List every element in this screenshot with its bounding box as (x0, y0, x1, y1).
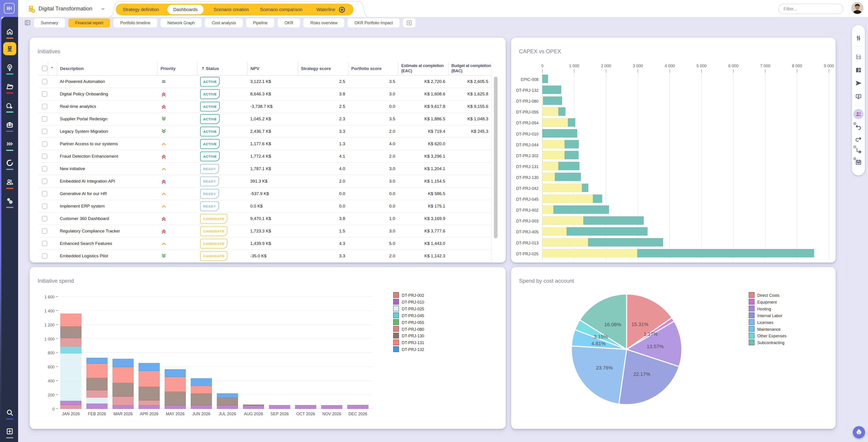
toolbar-people-filled-icon[interactable] (852, 111, 865, 117)
row-description[interactable]: Enhanced Search Features (57, 237, 157, 250)
row-description[interactable]: Partner Access to our systems (57, 138, 157, 150)
top-tab-strategy-definition[interactable]: Strategy definition (123, 4, 159, 16)
row-checkbox[interactable] (42, 154, 47, 159)
sidebar-item-lightbulb[interactable] (1, 64, 18, 75)
col-portfolio-score[interactable]: Portfolio score (348, 62, 398, 75)
toolbar-save-icon[interactable] (852, 54, 865, 60)
sidebar-item-search[interactable] (1, 409, 18, 419)
legend-label[interactable]: Other Expenses (757, 334, 786, 338)
sidebar-item-plus-square[interactable] (1, 428, 18, 438)
legend-swatch[interactable] (749, 319, 754, 325)
filter-input[interactable] (783, 6, 838, 11)
avatar[interactable] (851, 2, 864, 14)
legend-label[interactable]: DT-PRJ-002 (402, 293, 424, 298)
legend-swatch[interactable] (393, 319, 399, 325)
row-description[interactable]: Fraud Detection Enhancement (57, 150, 157, 163)
row-description[interactable]: Regulatory Compliance Tracker (57, 225, 157, 237)
project-title[interactable]: Digital Transformation (38, 0, 92, 17)
row-description[interactable]: Legacy System Migration (57, 125, 157, 138)
legend-swatch[interactable] (393, 326, 399, 332)
col-quote[interactable]: " (48, 62, 57, 75)
select-all-checkbox[interactable] (39, 62, 48, 75)
row-description[interactable]: AI-Powered Automation (57, 76, 157, 88)
legend-swatch[interactable] (393, 346, 399, 352)
legend-label[interactable]: Internal Labor (757, 314, 782, 318)
col-bac[interactable]: Budget at completion(BAC) (448, 62, 491, 75)
col-eac[interactable]: Estimate at completion(EAC) (398, 62, 448, 75)
legend-label[interactable]: Maintenance (757, 327, 781, 332)
row-description[interactable]: Digital Policy Onboarding (57, 88, 157, 100)
row-description[interactable]: Implement ERP system (57, 200, 157, 212)
table-row[interactable]: Enhanced Search FeaturesCANDIDATE1,439.9… (39, 237, 491, 250)
legend-swatch[interactable] (393, 340, 399, 345)
legend-label[interactable]: DT-PRJ-130 (402, 334, 424, 338)
row-checkbox[interactable] (42, 241, 47, 246)
row-checkbox[interactable] (42, 166, 47, 172)
row-checkbox[interactable] (42, 191, 47, 197)
row-checkbox[interactable] (42, 216, 47, 222)
row-checkbox[interactable] (42, 91, 47, 97)
legend-label[interactable]: Subcontracting (757, 341, 784, 345)
top-tab-scenario-creation[interactable]: Scenario creation (214, 4, 249, 16)
app-logo-icon[interactable] (4, 3, 14, 13)
row-description[interactable]: Supplier Portal Redesign (57, 113, 157, 125)
legend-swatch[interactable] (393, 313, 399, 318)
row-checkbox[interactable] (42, 79, 47, 84)
legend-label[interactable]: DT-PRJ-010 (402, 300, 424, 304)
table-row[interactable]: Embedded AI Integration APIREADY391.3 K$… (39, 175, 491, 187)
sidebar-item-home[interactable] (1, 28, 18, 39)
row-description[interactable]: Generative AI for our HR (57, 187, 157, 200)
legend-label[interactable]: DT-PRJ-025 (402, 307, 424, 311)
table-row[interactable]: Legacy System MigrationACTIVE2,436.7 K$3… (39, 125, 491, 138)
legend-swatch[interactable] (749, 326, 754, 332)
col-description[interactable]: Description (57, 62, 157, 75)
table-row[interactable]: Regulatory Compliance TrackerCANDIDATE1,… (39, 225, 491, 237)
legend-swatch[interactable] (749, 299, 754, 304)
toolbar-sliders-icon[interactable] (852, 35, 865, 41)
row-description[interactable]: Real-time analytics (57, 100, 157, 113)
row-checkbox[interactable] (42, 203, 47, 209)
legend-label[interactable]: DT-PRJ-131 (402, 341, 424, 345)
sidebar-item-strategy[interactable] (3, 42, 16, 55)
row-checkbox[interactable] (42, 116, 47, 122)
row-checkbox[interactable] (42, 253, 47, 259)
table-scrollbar-thumb[interactable] (494, 77, 498, 238)
table-row[interactable]: Implement ERP systemREADY0.0 K$0.00.0K$ … (39, 200, 491, 212)
legend-label[interactable]: Direct Costs (757, 293, 779, 298)
legend-label[interactable]: DT-PRJ-132 (402, 347, 424, 352)
legend-swatch[interactable] (749, 333, 754, 338)
row-checkbox[interactable] (42, 129, 47, 134)
legend-swatch[interactable] (393, 333, 399, 338)
legend-swatch[interactable] (749, 313, 754, 318)
sub-tab-financial-report[interactable]: Financial report (68, 18, 110, 27)
pie-slice-licenses[interactable] (571, 346, 627, 404)
top-tab-waterline[interactable]: Waterline (316, 4, 335, 16)
toolbar-send-icon[interactable] (852, 80, 865, 87)
row-checkbox[interactable] (42, 141, 47, 147)
chevron-down-icon[interactable] (100, 6, 105, 11)
sub-tab-cost-analysis[interactable]: Cost analysis (205, 18, 243, 27)
legend-swatch[interactable] (393, 299, 399, 304)
table-row[interactable]: Embedded Logistics PilotCANDIDATE-35.0 K… (39, 250, 491, 262)
table-row[interactable]: Supplier Portal RedesignACTIVE1,045.2 K$… (39, 113, 491, 125)
table-row[interactable]: Partner Access to our systemsACTIVE1,177… (39, 138, 491, 150)
legend-swatch[interactable] (393, 292, 399, 298)
table-row[interactable]: Customer 360 DashboardCANDIDATE9,470.1 K… (39, 212, 491, 225)
col-priority[interactable]: Priority (157, 62, 197, 75)
table-row[interactable]: AI-Powered AutomationACTIVE3,122.1 K$2.5… (39, 76, 491, 88)
top-tab-scenario-comparison[interactable]: Scenario comparison (260, 4, 303, 16)
sub-tab-summary[interactable]: Summary (34, 18, 65, 27)
legend-label[interactable]: Hosting (757, 307, 771, 311)
row-checkbox[interactable] (42, 104, 47, 109)
legend-label[interactable]: Licenses (757, 320, 773, 325)
legend-swatch[interactable] (749, 292, 754, 298)
sub-tab-pipeline[interactable]: Pipeline (246, 18, 274, 27)
row-description[interactable]: New initiative (57, 163, 157, 175)
add-tab-icon[interactable] (339, 6, 345, 13)
col-strategy-score[interactable]: Strategy score (298, 62, 348, 75)
select-all-checkbox[interactable] (42, 66, 47, 71)
top-tab-dashboards[interactable]: Dashboards (167, 5, 204, 14)
row-checkbox[interactable] (42, 179, 47, 184)
toolbar-redo-icon[interactable] (852, 135, 865, 142)
toolbar-monitor-icon[interactable] (852, 93, 865, 100)
